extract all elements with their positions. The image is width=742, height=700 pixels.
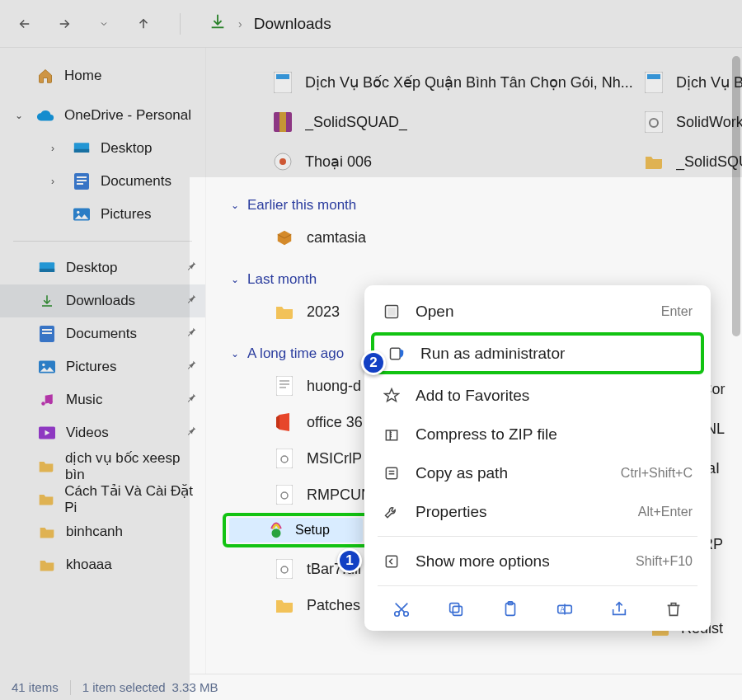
sidebar-item-onedrive[interactable]: ⌄ OneDrive - Personal [0,99,205,132]
file-item[interactable]: Dịch Vụ Bốc Xếp Quận Bình Tân Chọn Gói, … [272,63,668,102]
folder-icon [38,556,56,574]
svg-rect-12 [42,332,52,334]
svg-rect-26 [645,111,663,133]
sidebar-folder[interactable]: dịch vụ bốc xeesp bìn [0,449,205,482]
pin-icon[interactable] [186,293,197,309]
svg-rect-31 [279,387,286,388]
context-menu-item-zip[interactable]: Compress to ZIP file [369,415,706,453]
back-button[interactable] [16,16,33,32]
sidebar-item-downloads[interactable]: Downloads [0,284,205,317]
file-item[interactable]: Thoại 006 [272,142,668,181]
folder-icon [643,151,665,172]
sidebar-item-music[interactable]: Music [0,383,205,416]
context-menu-divider [378,585,697,586]
svg-rect-37 [276,559,293,579]
svg-rect-40 [388,308,395,314]
svg-rect-3 [77,176,87,178]
context-menu-item-properties[interactable]: Properties Alt+Enter [369,492,706,531]
chevron-right-icon[interactable]: › [51,143,63,154]
chevron-down-icon: ⌄ [231,200,239,211]
paste-icon[interactable] [499,598,522,621]
context-menu-shortcut: Shift+F10 [636,554,693,569]
svg-point-23 [279,158,286,165]
svg-point-36 [272,529,281,538]
svg-rect-28 [276,376,293,396]
chevron-down-icon: ⌄ [231,348,239,359]
context-menu-item-more[interactable]: Show more options Shift+F10 [369,542,706,580]
pictures-icon [73,205,91,223]
gear-file-icon [274,484,295,505]
svg-rect-41 [391,348,401,359]
up-button[interactable] [135,16,152,32]
file-item-selected[interactable]: Setup [229,518,363,543]
context-menu-label: Add to Favorites [416,387,529,405]
sidebar-item-desktop[interactable]: Desktop [0,251,205,284]
media-icon [272,151,294,172]
context-menu-item-runasadmin[interactable]: Run as administrator [374,336,701,371]
breadcrumb-location: Downloads [254,15,331,33]
documents-icon [38,325,56,343]
sidebar-item-od-pictures[interactable]: Pictures [0,198,205,231]
pin-icon[interactable] [186,326,197,342]
sidebar-label: Cách Tải Và Cài Đặt Pi [64,482,197,516]
sidebar-label: Documents [66,326,137,342]
sidebar-folder[interactable]: khoaaa [0,548,205,581]
sidebar-item-od-desktop[interactable]: › Desktop [0,132,205,165]
recent-dropdown[interactable] [96,16,112,32]
context-menu-item-copypath[interactable]: Copy as path Ctrl+Shift+C [369,453,706,492]
sidebar-item-od-documents[interactable]: › Documents [0,165,205,198]
chevron-right-icon[interactable]: › [51,176,63,187]
delete-icon[interactable] [662,598,685,621]
copy-icon[interactable] [444,598,467,621]
file-item[interactable]: _SolidSQU [643,142,742,181]
file-label: MSICrlP [307,450,362,467]
file-label: huong-d [307,378,361,395]
file-item[interactable]: _SolidSQUAD_ [272,102,668,142]
file-item[interactable]: SolidWork [643,102,742,142]
file-item[interactable]: camtasia [274,219,742,256]
svg-point-15 [41,402,45,406]
home-icon [36,67,54,85]
file-item[interactable]: Dịch Vụ B [643,63,742,102]
music-icon [38,391,56,409]
downloads-icon [209,12,227,35]
desktop-icon [38,259,56,277]
office-icon [274,411,295,433]
pin-icon[interactable] [186,392,197,408]
file-label: SolidWork [676,114,742,131]
status-count: 41 items [12,680,59,694]
star-icon [383,387,401,405]
pin-icon[interactable] [186,359,197,375]
pin-icon[interactable] [186,425,197,441]
svg-rect-47 [450,604,459,613]
breadcrumb[interactable]: › Downloads [209,12,331,35]
sidebar-label: OneDrive - Personal [64,107,191,124]
group-header-earlier[interactable]: ⌄Earlier this month [231,191,742,219]
context-menu-item-open[interactable]: Open Enter [369,292,706,331]
file-label: Thoại 006 [305,153,372,171]
context-menu-label: Show more options [416,552,550,571]
sidebar-item-home[interactable]: Home [0,59,205,92]
pin-icon[interactable] [186,260,197,276]
cut-icon[interactable] [390,598,413,621]
sidebar-item-pictures[interactable]: Pictures [0,350,205,383]
context-menu-item-favorites[interactable]: Add to Favorites [369,376,706,415]
context-menu: Open Enter Run as administrator Add to F… [364,285,711,631]
context-menu-label: Properties [416,503,487,521]
status-selection: 1 item selected [82,680,166,694]
sidebar-item-videos[interactable]: Videos [0,416,205,449]
folder-icon [274,301,295,322]
svg-rect-21 [279,112,286,132]
forward-button[interactable] [56,16,73,32]
sidebar-item-documents[interactable]: Documents [0,317,205,350]
rename-icon[interactable]: A [553,598,576,621]
context-menu-actions-row: A [369,591,706,624]
sidebar-folder[interactable]: binhcanh [0,515,205,548]
open-icon [383,303,401,321]
pictures-icon [38,358,56,376]
chevron-down-icon[interactable]: ⌄ [15,110,26,121]
folder-icon [38,490,54,508]
documents-icon [73,172,91,190]
share-icon[interactable] [608,598,631,621]
sidebar-folder[interactable]: Cách Tải Và Cài Đặt Pi [0,482,205,515]
